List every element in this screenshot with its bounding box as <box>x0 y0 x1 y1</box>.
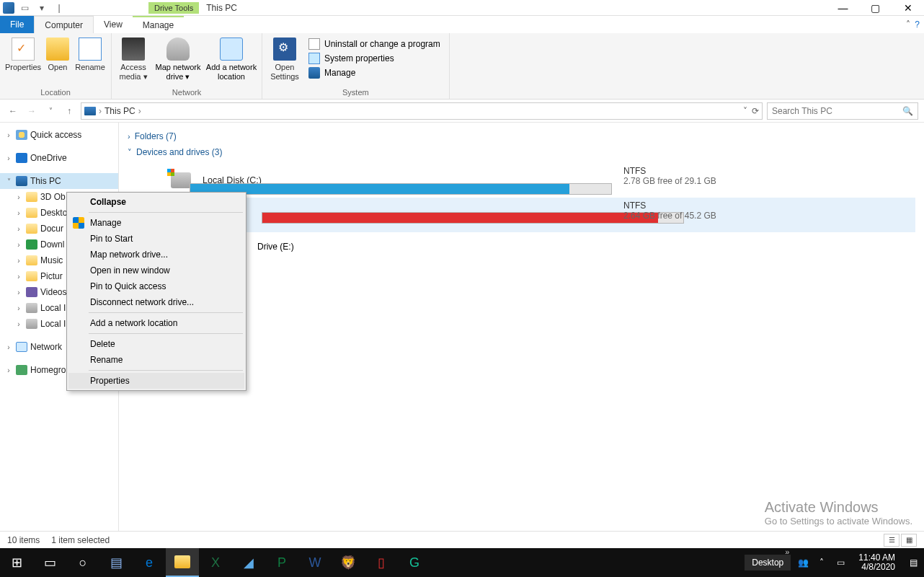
settings-gear-icon <box>273 38 296 61</box>
cm-open-new-window[interactable]: Open in new window <box>68 263 244 278</box>
search-input[interactable] <box>772 106 894 116</box>
toolbar-desktop[interactable]: Desktop <box>745 555 791 571</box>
tab-view[interactable]: View <box>94 16 133 33</box>
cm-map-drive[interactable]: Map network drive... <box>68 247 244 263</box>
cm-rename[interactable]: Rename <box>68 352 244 368</box>
window-title: This PC <box>206 3 237 13</box>
search-icon[interactable]: 🔍 <box>902 106 913 116</box>
status-item-count: 10 items <box>7 535 40 545</box>
add-network-location-button[interactable]: Add a network location <box>205 35 257 82</box>
tree-quick-access[interactable]: › Quick access <box>0 127 118 143</box>
taskbar-excel[interactable]: X <box>199 548 232 577</box>
tab-file[interactable]: File <box>0 16 34 33</box>
group-label-location: Location <box>4 87 107 99</box>
manage-icon <box>308 67 320 79</box>
taskbar-grammarly[interactable]: G <box>398 548 431 577</box>
properties-icon <box>12 38 35 61</box>
cm-add-network-location[interactable]: Add a network location <box>68 315 244 331</box>
access-media-button[interactable]: Access media ▾ <box>116 35 151 82</box>
tray-chevron-icon[interactable]: ˄ <box>815 558 828 568</box>
qat-sep: | <box>52 1 66 14</box>
forward-button[interactable]: → <box>25 104 39 118</box>
group-label-system: System <box>267 87 445 99</box>
taskbar: ⊞ ▭ ○ ▤ e X ◢ P W 🦁 ▯ G Desktop 👥 ˄ ▭ 11… <box>0 548 924 577</box>
quick-access-icon <box>16 130 27 140</box>
refresh-icon[interactable]: ⟳ <box>752 106 759 116</box>
group-label-network: Network <box>116 87 257 99</box>
shield-icon <box>73 217 84 229</box>
tab-computer[interactable]: Computer <box>34 16 94 33</box>
recent-dropdown[interactable]: ˅ <box>43 104 58 118</box>
context-menu: Collapse Manage Pin to Start Map network… <box>66 192 246 391</box>
address-dropdown-icon[interactable]: ˅ <box>743 106 747 116</box>
this-pc-icon <box>16 176 27 186</box>
uninstall-program-button[interactable]: Uninstall or change a program <box>304 38 445 50</box>
qat-dropdown[interactable]: ▾ <box>35 1 49 14</box>
homegroup-icon <box>16 365 27 375</box>
qat-item[interactable]: ▭ <box>17 1 32 14</box>
taskbar-app[interactable]: ◢ <box>232 548 265 577</box>
breadcrumb-sep[interactable]: › <box>99 106 102 116</box>
start-button[interactable]: ⊞ <box>0 548 33 577</box>
drive-icon <box>171 172 191 188</box>
media-icon <box>122 38 145 61</box>
cortana-button[interactable]: ○ <box>66 548 99 577</box>
battery-icon[interactable]: ▭ <box>834 558 847 568</box>
view-details-button[interactable]: ☰ <box>884 534 899 547</box>
ribbon-tabs: File Computer View Manage ˄ ? <box>0 16 924 33</box>
taskbar-brave[interactable]: 🦁 <box>332 548 365 577</box>
address-bar[interactable]: › This PC › ˅ ⟳ <box>81 102 763 120</box>
tray-clock[interactable]: 11:40 AM 4/8/2020 <box>853 553 901 572</box>
maximize-button[interactable]: ▢ <box>859 0 892 16</box>
cm-delete[interactable]: Delete <box>68 336 244 352</box>
breadcrumb-sep[interactable]: › <box>138 106 141 116</box>
taskbar-app[interactable]: ▯ <box>365 548 398 577</box>
back-button[interactable]: ← <box>6 104 20 118</box>
up-button[interactable]: ↑ <box>62 104 76 118</box>
cm-properties[interactable]: Properties <box>68 373 244 389</box>
contextual-tab-label: Drive Tools <box>148 2 199 14</box>
open-settings-button[interactable]: Open Settings <box>267 35 303 82</box>
tree-this-pc[interactable]: ˅ This PC <box>0 173 118 189</box>
close-button[interactable]: ✕ <box>892 0 924 16</box>
search-box[interactable]: 🔍 <box>767 102 918 120</box>
open-folder-icon <box>46 38 69 61</box>
open-button[interactable]: Open <box>43 35 72 72</box>
properties-button[interactable]: Properties <box>4 35 42 72</box>
cm-pin-start[interactable]: Pin to Start <box>68 231 244 247</box>
rename-button[interactable]: Rename <box>74 35 107 72</box>
section-folders[interactable]: › Folders (7) <box>128 131 915 141</box>
taskbar-explorer[interactable] <box>166 548 199 577</box>
tab-manage[interactable]: Manage <box>133 16 184 33</box>
taskbar-word[interactable]: W <box>298 548 332 577</box>
navbar: ← → ˅ ↑ › This PC › ˅ ⟳ 🔍 <box>0 100 924 123</box>
action-center-icon[interactable]: ▤ <box>907 558 920 568</box>
people-icon[interactable]: 👥 <box>796 558 809 568</box>
chevron-down-icon: ˅ <box>128 148 132 157</box>
network-location-icon <box>220 38 243 61</box>
cm-collapse[interactable]: Collapse <box>68 194 244 210</box>
cm-pin-quick-access[interactable]: Pin to Quick access <box>68 278 244 294</box>
tree-onedrive[interactable]: › OneDrive <box>0 150 118 166</box>
system-properties-button[interactable]: System properties <box>304 52 445 65</box>
pc-icon <box>84 107 96 115</box>
ribbon: Properties Open Rename Location Access m… <box>0 33 924 100</box>
program-icon <box>308 38 320 50</box>
taskbar-publisher[interactable]: P <box>265 548 298 577</box>
cm-disconnect-drive[interactable]: Disconnect network drive... <box>68 294 244 310</box>
app-icon <box>3 2 14 14</box>
map-network-drive-button[interactable]: Map network drive ▾ <box>152 35 204 82</box>
cm-manage[interactable]: Manage <box>68 215 244 231</box>
section-devices[interactable]: ˅ Devices and drives (3) <box>128 147 915 157</box>
taskbar-edge[interactable]: e <box>133 548 166 577</box>
ribbon-collapse-icon[interactable]: ˄ <box>906 19 910 30</box>
breadcrumb-thispc[interactable]: This PC <box>105 106 136 116</box>
taskbar-app[interactable]: ▤ <box>99 548 133 577</box>
rename-icon <box>79 38 102 61</box>
task-view-button[interactable]: ▭ <box>33 548 66 577</box>
minimize-button[interactable]: ― <box>827 0 859 16</box>
map-drive-icon <box>166 38 190 61</box>
help-icon[interactable]: ? <box>915 19 920 30</box>
view-tiles-button[interactable]: ▦ <box>901 534 917 547</box>
manage-button[interactable]: Manage <box>304 66 445 79</box>
